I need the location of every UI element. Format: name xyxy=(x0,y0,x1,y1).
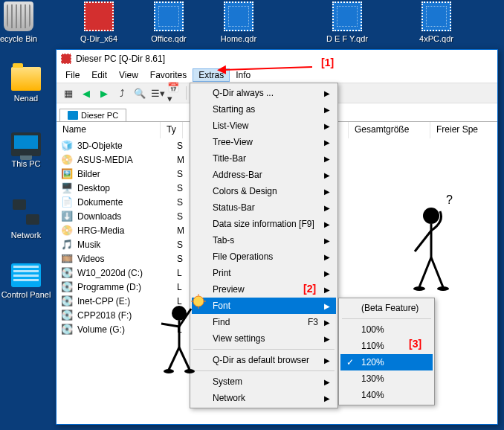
desktop-icon-network[interactable]: Network xyxy=(0,198,52,240)
tool-layout[interactable]: ▦ xyxy=(60,85,77,101)
extras-item-network[interactable]: Network▶ xyxy=(192,390,336,406)
item-name: Videos xyxy=(77,254,177,264)
submenu-arrow-icon: ▶ xyxy=(324,302,330,310)
font-item-130-[interactable]: 130% xyxy=(340,370,433,387)
extras-item-tab-s[interactable]: Tab-s▶ xyxy=(192,232,336,248)
submenu-arrow-icon: ▶ xyxy=(324,204,330,212)
extras-item-data-size-information-f9-[interactable]: Data size information [F9]▶ xyxy=(192,216,336,232)
menu-item-label: (Beta Feature) xyxy=(361,303,419,313)
menubar: File Edit View Favorites Extras Info xyxy=(56,68,497,83)
item-name: CPP2018 (F:) xyxy=(77,310,177,321)
menu-item-label: 120% xyxy=(361,357,384,368)
qdr-icon xyxy=(332,1,362,31)
font-item--beta-feature-[interactable]: (Beta Feature) xyxy=(340,300,433,316)
col-name[interactable]: Name xyxy=(56,122,161,138)
extras-item-font[interactable]: Font▶ xyxy=(192,298,336,314)
desktop-icon-home-qdr[interactable]: Home.qdr xyxy=(213,1,265,43)
menu-separator xyxy=(193,349,335,350)
tab-dieser-pc[interactable]: Dieser PC xyxy=(59,109,126,121)
extras-menu: Q-Dir always ...▶Starting as▶List-View▶T… xyxy=(190,83,338,408)
net-icon xyxy=(11,198,41,228)
extras-item-address-bar[interactable]: Address-Bar▶ xyxy=(192,167,336,183)
item-name: Bilder xyxy=(77,169,177,179)
extras-item-preview[interactable]: Preview▶ xyxy=(192,281,336,298)
desktop-icon-nenad[interactable]: Nenad xyxy=(0,67,52,103)
submenu-arrow-icon: ▶ xyxy=(324,155,330,163)
desktop-icon-4xpc-qdr[interactable]: 4xPC.qdr xyxy=(410,1,462,43)
tab-label: Dieser PC xyxy=(81,111,118,120)
bin-icon xyxy=(4,1,33,31)
submenu-arrow-icon: ▶ xyxy=(324,356,330,365)
font-item-100-[interactable]: 100% xyxy=(340,321,433,338)
submenu-arrow-icon: ▶ xyxy=(324,122,330,130)
menu-info[interactable]: Info xyxy=(230,68,256,82)
qdr-icon xyxy=(421,1,451,31)
font-item-140-[interactable]: 140% xyxy=(340,387,433,403)
item-icon: 📀 xyxy=(61,225,73,237)
extras-item-starting-as[interactable]: Starting as▶ xyxy=(192,101,336,118)
menu-favorites[interactable]: Favorites xyxy=(144,68,193,82)
icon-label: ecycle Bin xyxy=(0,34,45,43)
item-icon: 💽 xyxy=(61,267,73,279)
qdr-icon xyxy=(154,1,184,31)
col-total[interactable]: Gesamtgröße xyxy=(349,122,430,138)
menu-view[interactable]: View xyxy=(113,68,144,82)
desktop-icon-d-e-f-y-qdr[interactable]: D E F Y.qdr xyxy=(321,1,373,43)
item-name: HRG-Media xyxy=(77,225,177,236)
desktop-icon-q-dir-x64[interactable]: Q-Dir_x64 xyxy=(73,1,125,43)
extras-item-status-bar[interactable]: Status-Bar▶ xyxy=(192,199,336,216)
extras-item-find[interactable]: FindF3▶ xyxy=(192,314,336,330)
extras-item-colors-design[interactable]: Colors & Design▶ xyxy=(192,183,336,199)
menu-item-label: 130% xyxy=(361,373,384,384)
item-icon: 💽 xyxy=(61,281,73,293)
font-item-120-[interactable]: ✓120% xyxy=(340,354,433,370)
item-name: Volume (G:) xyxy=(77,324,177,335)
menu-extras[interactable]: Extras xyxy=(193,68,230,82)
pc-icon xyxy=(68,111,78,120)
desktop-icon-ecycle-bin[interactable]: ecycle Bin xyxy=(0,1,45,43)
extras-item-view-settings[interactable]: View settings▶ xyxy=(192,330,336,347)
menu-item-label: Find xyxy=(213,317,230,327)
tool-views[interactable]: ☰▾ xyxy=(149,85,166,101)
desktop-icon-office-qdr[interactable]: Office.qdr xyxy=(143,1,195,43)
menu-edit[interactable]: Edit xyxy=(85,68,113,82)
item-name: Desktop xyxy=(77,183,177,193)
qdr-icon xyxy=(224,1,253,31)
menu-shortcut: F3 xyxy=(308,317,318,327)
extras-item-system[interactable]: System▶ xyxy=(192,373,336,390)
extras-item-tree-view[interactable]: Tree-View▶ xyxy=(192,134,336,150)
item-icon: 🎵 xyxy=(61,239,73,251)
icon-label: Nenad xyxy=(0,94,52,103)
item-name: ASUS-MEDIA xyxy=(77,155,177,165)
desktop-icon-control-panel[interactable]: Control Panel xyxy=(0,263,52,299)
icon-label: This PC xyxy=(0,159,52,168)
menu-item-label: System xyxy=(213,376,242,387)
item-icon: 🎞️ xyxy=(61,253,73,265)
extras-item-print[interactable]: Print▶ xyxy=(192,265,336,281)
tool-up[interactable]: ⤴ xyxy=(114,85,130,101)
col-free[interactable]: Freier Spe xyxy=(430,122,497,138)
extras-item-title-bar[interactable]: Title-Bar▶ xyxy=(192,150,336,167)
submenu-arrow-icon: ▶ xyxy=(324,106,330,114)
tool-fwd[interactable]: ▶ xyxy=(96,85,112,101)
extras-item-q-dir-always-[interactable]: Q-Dir always ...▶ xyxy=(192,85,336,101)
item-name: 3D-Objekte xyxy=(77,141,177,151)
col-type[interactable]: Ty xyxy=(161,122,183,138)
font-item-110-[interactable]: 110% xyxy=(340,338,433,354)
extras-item-q-dir-as-default-browser[interactable]: Q-Dir as default browser▶ xyxy=(192,352,336,368)
titlebar[interactable]: Dieser PC [Q-Dir 8.61] xyxy=(56,50,497,68)
menu-item-label: Print xyxy=(213,268,231,278)
tool-find[interactable]: 🔍 xyxy=(132,85,148,101)
tool-calendar[interactable]: 📅▾ xyxy=(167,85,184,101)
extras-item-list-view[interactable]: List-View▶ xyxy=(192,118,336,134)
item-icon: 🖼️ xyxy=(61,168,73,180)
tool-back[interactable]: ◀ xyxy=(78,85,94,101)
submenu-arrow-icon: ▶ xyxy=(324,253,330,261)
menu-file[interactable]: File xyxy=(59,68,85,82)
item-icon: ⬇️ xyxy=(61,211,73,222)
desktop-icon-this-pc[interactable]: This PC xyxy=(0,132,52,168)
submenu-arrow-icon: ▶ xyxy=(324,394,330,402)
item-name: Dokumente xyxy=(77,197,177,208)
extras-item-file-operations[interactable]: File Operations▶ xyxy=(192,248,336,265)
menu-item-label: Address-Bar xyxy=(213,170,262,180)
